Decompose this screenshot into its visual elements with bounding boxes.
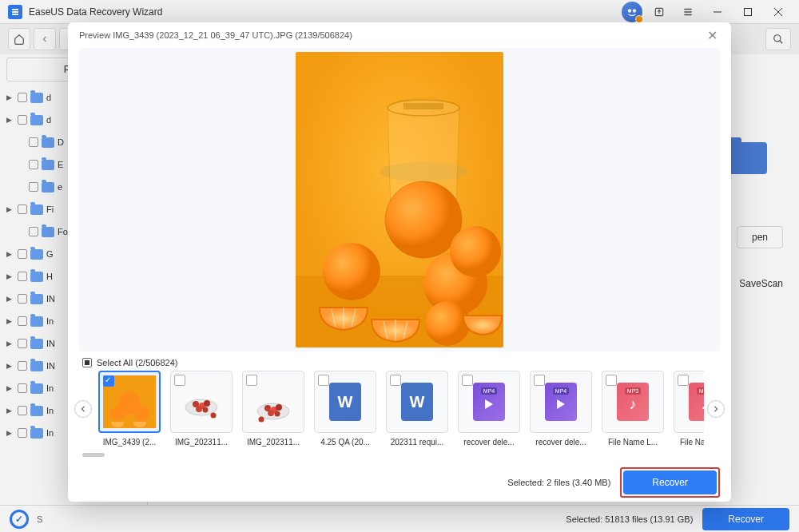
thumbnail-label: File Name L... bbox=[674, 438, 704, 447]
thumbnail-strip: IMG_3439 (2...IMG_202311...IMG_202311...… bbox=[68, 371, 731, 447]
mp4-file-icon bbox=[545, 383, 577, 421]
thumbnail-item: IMG_202311... bbox=[170, 371, 233, 447]
svg-point-32 bbox=[203, 407, 209, 413]
next-button[interactable] bbox=[707, 400, 725, 418]
thumbnail-label: File Name L... bbox=[602, 438, 664, 447]
thumbnail-item: 202311 requi... bbox=[386, 371, 448, 447]
thumbnail[interactable] bbox=[674, 371, 704, 433]
thumbnail-label: recover dele... bbox=[530, 438, 592, 447]
thumbnail-label: IMG_202311... bbox=[170, 438, 233, 447]
thumbnail[interactable] bbox=[458, 371, 520, 433]
thumbnail-item: recover dele... bbox=[530, 371, 592, 447]
thumbnail-checkbox[interactable] bbox=[103, 375, 114, 387]
modal-footer: Selected: 2 files (3.40 MB) Recover bbox=[68, 463, 731, 502]
svg-point-10 bbox=[385, 181, 462, 258]
select-all-label: Select All (2/506824) bbox=[97, 358, 178, 367]
svg-point-41 bbox=[259, 417, 264, 423]
mp4-file-icon bbox=[473, 383, 505, 421]
prev-button[interactable] bbox=[74, 400, 92, 418]
svg-point-40 bbox=[275, 411, 280, 417]
thumbnail-label: IMG_202311... bbox=[242, 438, 304, 447]
thumbnail-item: IMG_3439 (2... bbox=[98, 371, 161, 447]
thumbnail-label: recover dele... bbox=[458, 438, 520, 447]
select-all-checkbox[interactable] bbox=[82, 358, 92, 367]
mp3-file-icon bbox=[617, 383, 649, 421]
doc-file-icon bbox=[329, 383, 361, 421]
thumbnail[interactable] bbox=[170, 371, 233, 433]
thumbnail-item: 4.25 QA (20... bbox=[314, 371, 376, 447]
doc-file-icon bbox=[401, 383, 433, 421]
thumbnail-checkbox[interactable] bbox=[678, 375, 689, 386]
svg-point-25 bbox=[133, 406, 149, 422]
thumbnail-item: recover dele... bbox=[458, 371, 520, 447]
thumbnail-checkbox[interactable] bbox=[174, 375, 185, 386]
svg-point-12 bbox=[323, 243, 380, 300]
svg-rect-9 bbox=[403, 103, 443, 109]
close-icon[interactable]: ✕ bbox=[704, 27, 720, 43]
mp3-file-icon bbox=[689, 383, 704, 421]
thumbnail[interactable] bbox=[98, 371, 161, 433]
svg-point-24 bbox=[110, 407, 125, 421]
thumbnail-label: 202311 requi... bbox=[386, 438, 448, 447]
preview-area bbox=[79, 48, 720, 351]
modal-selected-text: Selected: 2 files (3.40 MB) bbox=[507, 478, 610, 487]
thumbnail[interactable] bbox=[314, 371, 376, 433]
svg-point-31 bbox=[196, 406, 202, 412]
preview-modal: Preview IMG_3439 (2023_12_21 06_39_47 UT… bbox=[68, 22, 731, 502]
thumbnail[interactable] bbox=[602, 371, 664, 433]
modal-header: Preview IMG_3439 (2023_12_21 06_39_47 UT… bbox=[68, 22, 731, 48]
thumbnail-item: File Name L... bbox=[602, 371, 664, 447]
thumbnail-checkbox[interactable] bbox=[534, 375, 545, 386]
thumbnail-label: 4.25 QA (20... bbox=[314, 438, 376, 447]
thumbnail[interactable] bbox=[386, 371, 448, 433]
thumbnail-item: IMG_202311... bbox=[242, 371, 304, 447]
modal-overlay: Preview IMG_3439 (2023_12_21 06_39_47 UT… bbox=[0, 0, 799, 532]
thumbnail-checkbox[interactable] bbox=[606, 375, 617, 386]
thumbnail-checkbox[interactable] bbox=[390, 375, 401, 386]
svg-point-39 bbox=[268, 410, 274, 416]
svg-point-33 bbox=[211, 413, 217, 419]
svg-point-38 bbox=[276, 404, 282, 411]
thumbnail-checkbox[interactable] bbox=[246, 375, 257, 386]
recover-highlight: Recover bbox=[620, 467, 720, 498]
thumbnail-scrollbar[interactable] bbox=[82, 453, 717, 458]
svg-point-14 bbox=[450, 226, 501, 277]
thumbnail-label: IMG_3439 (2... bbox=[98, 438, 161, 447]
thumbnail[interactable] bbox=[530, 371, 592, 433]
svg-point-30 bbox=[204, 400, 210, 407]
thumbnail[interactable] bbox=[242, 371, 304, 433]
thumbnail-checkbox[interactable] bbox=[318, 375, 329, 386]
modal-title: Preview IMG_3439 (2023_12_21 06_39_47 UT… bbox=[79, 30, 352, 40]
thumbnail-checkbox[interactable] bbox=[462, 375, 473, 386]
recover-button[interactable]: Recover bbox=[623, 470, 717, 494]
svg-point-15 bbox=[425, 301, 470, 346]
thumbnail-item: File Name L... bbox=[674, 371, 704, 447]
select-all-row: Select All (2/506824) bbox=[68, 351, 731, 371]
preview-image bbox=[296, 52, 503, 347]
